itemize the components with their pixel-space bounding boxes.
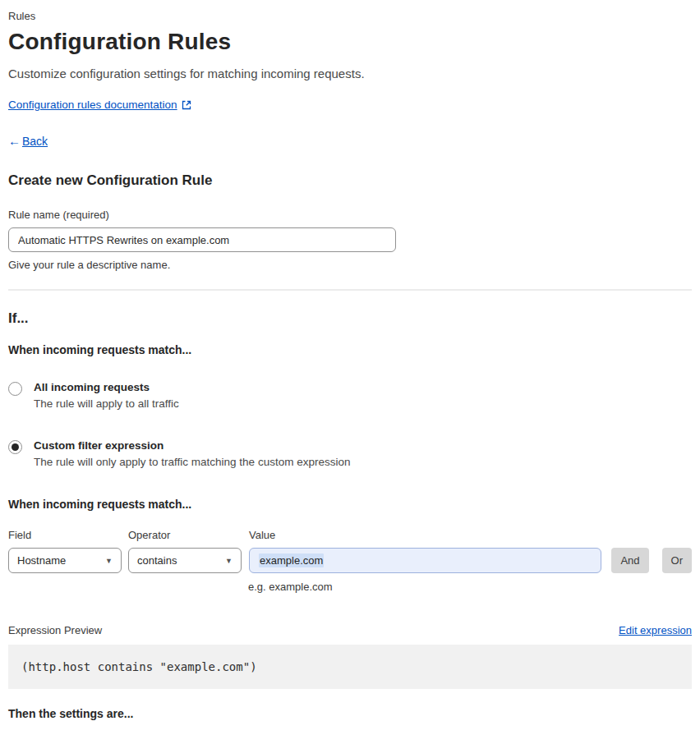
expression-builder-heading: When incoming requests match... bbox=[8, 498, 692, 511]
if-heading: If... bbox=[8, 310, 692, 327]
back-arrow-icon: ← bbox=[8, 134, 21, 148]
then-settings-heading: Then the settings are... bbox=[8, 707, 692, 720]
radio-all-incoming-requests[interactable]: All incoming requests The rule will appl… bbox=[8, 381, 692, 410]
radio-unselected-icon[interactable] bbox=[8, 382, 22, 396]
external-link-icon bbox=[182, 100, 191, 110]
expression-preview-label: Expression Preview bbox=[8, 624, 102, 636]
section-divider bbox=[8, 289, 692, 291]
chevron-down-icon: ▼ bbox=[225, 557, 233, 565]
page-subtitle: Customize configuration settings for mat… bbox=[8, 67, 692, 80]
value-input-text: example.com bbox=[259, 553, 324, 567]
back-link[interactable]: Back bbox=[22, 135, 48, 148]
or-button[interactable]: Or bbox=[662, 548, 692, 573]
value-label: Value bbox=[249, 529, 692, 541]
value-input[interactable]: example.com bbox=[249, 548, 601, 573]
and-button[interactable]: And bbox=[611, 548, 648, 573]
radio-selected-icon[interactable] bbox=[8, 440, 22, 454]
expression-preview-code: (http.host contains "example.com") bbox=[8, 645, 692, 689]
page-title: Configuration Rules bbox=[8, 29, 692, 55]
documentation-link[interactable]: Configuration rules documentation bbox=[8, 99, 177, 111]
operator-select[interactable]: contains ▼ bbox=[128, 548, 242, 573]
rule-name-label: Rule name (required) bbox=[8, 209, 692, 221]
operator-select-value: contains bbox=[137, 554, 177, 567]
radio-description: The rule will apply to all traffic bbox=[34, 397, 179, 410]
chevron-down-icon: ▼ bbox=[105, 557, 113, 565]
create-rule-heading: Create new Configuration Rule bbox=[8, 172, 692, 189]
value-hint: e.g. example.com bbox=[248, 581, 692, 593]
radio-label: All incoming requests bbox=[34, 381, 179, 393]
field-label: Field bbox=[8, 529, 122, 541]
radio-description: The rule will only apply to traffic matc… bbox=[34, 456, 350, 468]
operator-label: Operator bbox=[128, 529, 242, 541]
rule-name-help: Give your rule a descriptive name. bbox=[8, 259, 692, 271]
field-select-value: Hostname bbox=[17, 554, 66, 567]
edit-expression-link[interactable]: Edit expression bbox=[619, 624, 692, 636]
configuration-rules-page: Rules Configuration Rules Customize conf… bbox=[0, 0, 700, 744]
breadcrumb: Rules bbox=[8, 10, 692, 22]
rule-name-input[interactable] bbox=[8, 227, 396, 252]
radio-custom-filter-expression[interactable]: Custom filter expression The rule will o… bbox=[8, 439, 692, 468]
field-select[interactable]: Hostname ▼ bbox=[8, 548, 122, 573]
radio-label: Custom filter expression bbox=[34, 439, 350, 452]
match-type-heading: When incoming requests match... bbox=[8, 343, 692, 356]
